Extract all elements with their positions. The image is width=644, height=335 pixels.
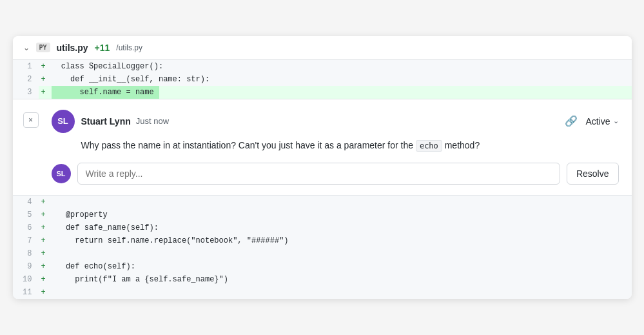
line-content: return self.name.replace("notebook", "##…	[52, 234, 294, 247]
code-line-10: 10 + print(f"I am a {self.safe_name}")	[13, 273, 632, 286]
line-number: 9	[13, 260, 39, 273]
comment-header: SL Stuart Lynn Just now 🔗 Active ⌄	[52, 110, 619, 133]
close-icon: ×	[28, 116, 33, 125]
line-sign: +	[39, 208, 52, 221]
file-type-badge: PY	[36, 43, 50, 52]
line-sign: +	[39, 60, 52, 73]
code-line-5: 5 + @property	[13, 208, 632, 221]
link-icon[interactable]: 🔗	[565, 115, 578, 127]
code-line-8: 8 +	[13, 247, 632, 260]
code-line-1: 1 + class SpecialLogger():	[13, 60, 632, 73]
avatar: SL	[52, 110, 75, 133]
line-content	[52, 196, 66, 208]
line-number: 7	[13, 234, 39, 247]
line-content	[52, 286, 66, 299]
line-number: 6	[13, 221, 39, 234]
comment-body: Why pass the name in at instantiation? C…	[81, 138, 619, 152]
code-line-6: 6 + def safe_name(self):	[13, 221, 632, 234]
comment-meta: Stuart Lynn Just now	[81, 116, 559, 127]
line-content: print(f"I am a {self.safe_name}")	[52, 273, 233, 286]
file-path: /utils.py	[116, 43, 142, 52]
author-name: Stuart Lynn	[81, 116, 131, 127]
timestamp: Just now	[136, 116, 169, 126]
status-label: Active	[585, 116, 610, 127]
line-sign: +	[39, 273, 52, 286]
comment-text-before: Why pass the name in at instantiation? C…	[81, 140, 416, 150]
line-number: 3	[13, 86, 39, 99]
line-sign: +	[39, 247, 52, 260]
line-number: 5	[13, 208, 39, 221]
line-number: 4	[13, 196, 39, 208]
code-line-11: 11 +	[13, 286, 632, 299]
status-badge[interactable]: Active ⌄	[585, 116, 618, 127]
line-sign: +	[39, 260, 52, 273]
comment-actions: 🔗 Active ⌄	[565, 115, 618, 127]
code-line-9: 9 + def echo(self):	[13, 260, 632, 273]
bottom-code-block: 4 + 5 + @property 6 + def safe_name(self…	[13, 196, 632, 299]
line-sign: +	[39, 286, 52, 299]
comment-text: Why pass the name in at instantiation? C…	[81, 138, 619, 152]
comment-section: × SL Stuart Lynn Just now 🔗 Active ⌄	[13, 99, 632, 196]
line-number: 8	[13, 247, 39, 260]
chevron-down-icon: ⌄	[613, 117, 619, 125]
file-name: utils.py	[57, 43, 88, 53]
line-sign: +	[39, 234, 52, 247]
collapse-icon[interactable]: ⌄	[23, 43, 30, 52]
top-code-block: 1 + class SpecialLogger(): 2 + def __ini…	[13, 60, 632, 99]
line-content: def safe_name(self):	[52, 221, 164, 234]
line-sign: +	[39, 221, 52, 234]
line-number: 1	[13, 60, 39, 73]
line-sign: +	[39, 86, 52, 99]
line-number: 10	[13, 273, 39, 286]
inline-code: echo	[416, 140, 442, 152]
line-content: self.name = name	[52, 86, 159, 99]
code-line-7: 7 + return self.name.replace("notebook",…	[13, 234, 632, 247]
reply-row: SL Resolve	[52, 163, 619, 185]
file-additions: +11	[95, 43, 110, 53]
reply-input[interactable]	[77, 163, 560, 185]
comment-wrapper: SL Stuart Lynn Just now 🔗 Active ⌄ Why p…	[52, 110, 619, 185]
resolve-button[interactable]: Resolve	[567, 163, 619, 185]
comment-text-after: method?	[442, 140, 480, 150]
line-content: def __init__(self, name: str):	[52, 73, 215, 86]
line-number: 11	[13, 286, 39, 299]
code-line-4: 4 +	[13, 196, 632, 208]
close-button[interactable]: ×	[23, 112, 39, 128]
line-content: class SpecialLogger():	[52, 60, 169, 73]
line-content	[52, 247, 66, 260]
line-content: def echo(self):	[52, 260, 141, 273]
reply-avatar: SL	[52, 164, 71, 183]
line-number: 2	[13, 73, 39, 86]
line-sign: +	[39, 73, 52, 86]
file-header: ⌄ PY utils.py +11 /utils.py	[13, 36, 632, 60]
code-line-3: 3 + self.name = name	[13, 86, 632, 99]
code-line-2: 2 + def __init__(self, name: str):	[13, 73, 632, 86]
line-sign: +	[39, 196, 52, 208]
main-container: ⌄ PY utils.py +11 /utils.py 1 + class Sp…	[13, 36, 632, 299]
line-content: @property	[52, 208, 113, 221]
